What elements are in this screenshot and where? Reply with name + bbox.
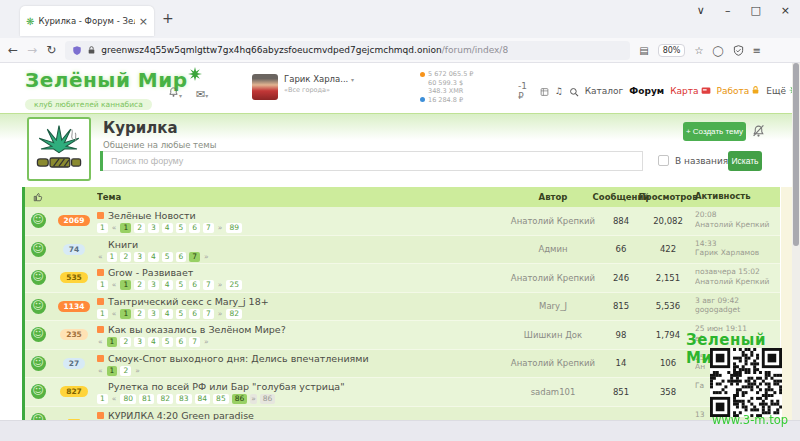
table-row[interactable]: ☺ 2069 Зелёные Новости 1«1234567»89 Анат… [25, 207, 780, 236]
pagination-page[interactable]: 82 [226, 309, 242, 319]
pagination-arrow[interactable]: » [217, 309, 224, 319]
topic-author[interactable] [505, 407, 601, 421]
messages-envelope-button[interactable]: ✉▾ [196, 83, 208, 102]
tracking-shield-icon[interactable] [72, 45, 82, 56]
pagination-page[interactable]: 2 [120, 337, 131, 347]
back-icon[interactable]: ← [8, 43, 18, 57]
pagination-page[interactable]: 1 [107, 337, 118, 347]
topic-title[interactable]: Как вы оказались в Зелёном Мире? [108, 324, 286, 335]
notifications-bell-button[interactable]: ▾ [168, 83, 182, 102]
user-avatar[interactable] [252, 74, 278, 100]
pagination-page[interactable]: 2 [134, 309, 145, 319]
pagination-page[interactable]: 84 [195, 394, 211, 404]
pagination-page[interactable]: 1 [97, 309, 108, 319]
topic-title[interactable]: Смоук-Спот выходного дня: Делись впечатл… [108, 353, 369, 364]
pagination-page[interactable]: 3 [148, 280, 159, 290]
bookmark-star-icon[interactable]: ☆ [694, 45, 703, 56]
pagination-arrow[interactable]: « [111, 223, 118, 233]
reader-mode-icon[interactable]: ▤ [639, 45, 648, 56]
pagination-page[interactable]: 4 [162, 223, 173, 233]
pagination-page[interactable]: 82 [157, 394, 173, 404]
pagination-page[interactable]: 86 [260, 394, 276, 404]
pagination-page[interactable]: 6 [189, 309, 200, 319]
activity-user[interactable]: Анатолий Крепкий [695, 220, 780, 230]
activity-user[interactable]: gogogadget [695, 305, 780, 315]
pagination-page[interactable]: 1 [97, 223, 108, 233]
topic-author[interactable]: Mary_J [505, 293, 601, 321]
pagination-page[interactable]: 5 [176, 223, 187, 233]
pagination-arrow[interactable]: » [203, 252, 210, 262]
mute-notifications-bell-icon[interactable] [752, 123, 765, 142]
topic-author[interactable]: Шишкин Док [505, 321, 601, 349]
nav-item-каталог[interactable]: Каталог [585, 86, 624, 96]
music-icon[interactable]: ♫ [555, 86, 563, 96]
pagination-arrow[interactable]: » [203, 337, 210, 347]
pagination-arrow[interactable]: « [97, 366, 104, 376]
topic-author[interactable]: Анатолий Крепкий [505, 207, 601, 235]
topic-title[interactable]: КУРИЛКА 4:20 Green paradise [108, 410, 254, 421]
menu-hamburger-icon[interactable]: ≡ [753, 45, 761, 56]
zoom-level-indicator[interactable]: 80% [658, 44, 686, 57]
wallet-icon[interactable] [540, 82, 549, 101]
pagination-page[interactable]: 3 [148, 223, 159, 233]
topic-author[interactable]: Анатолий Крепкий [505, 264, 601, 292]
pagination-page[interactable]: 1 [120, 223, 131, 233]
topic-title[interactable]: Тантрический секс с Mary_j 18+ [108, 296, 269, 307]
pagination-page[interactable]: 1 [107, 252, 118, 262]
pagination-page[interactable]: 6 [189, 223, 200, 233]
pagination-page[interactable]: 2 [120, 366, 131, 376]
activity-user[interactable]: Гарик Харламов [695, 248, 780, 258]
lock-icon[interactable] [87, 45, 96, 55]
topic-author[interactable]: sadam101 [505, 378, 601, 406]
new-tab-button[interactable]: + [162, 10, 174, 26]
topic-title[interactable]: Grow - Развивает [108, 267, 193, 278]
pagination-page[interactable]: 89 [226, 223, 242, 233]
activity-user[interactable]: Анатолий Крепкий [695, 277, 780, 287]
address-bar-input[interactable]: greenwsz4q55w5qmlgttw7gx4hq66abyzsfoeucm… [65, 41, 630, 60]
topic-author[interactable]: Админ [505, 236, 601, 264]
pagination-arrow[interactable]: » [134, 366, 141, 376]
pagination-page[interactable]: 1 [120, 309, 131, 319]
pagination-page[interactable]: 7 [203, 309, 214, 319]
permissions-shield-icon[interactable] [733, 45, 744, 56]
topic-title[interactable]: Книги [108, 239, 138, 250]
wallet-balance[interactable]: -1 ₽ [518, 81, 534, 101]
window-close-button[interactable]: × [781, 4, 790, 17]
pagination-page[interactable]: 1 [97, 280, 108, 290]
pagination-page[interactable]: 1 [97, 394, 108, 404]
pagination-page[interactable]: 2 [134, 280, 145, 290]
forward-icon[interactable]: → [27, 43, 37, 57]
pagination-page[interactable]: 7 [203, 280, 214, 290]
table-row[interactable]: ☺ 235 Как вы оказались в Зелёном Мире? «… [25, 321, 780, 350]
pagination-arrow[interactable]: » [217, 223, 224, 233]
pagination-page[interactable]: 25 [226, 280, 242, 290]
pagination-arrow[interactable]: « [97, 252, 104, 262]
browser-tab[interactable]: ❋ Курилка - Форум - Зелёный М × [20, 6, 154, 36]
table-row[interactable]: ☺ 827 Рулетка по всей РФ или Бар "голуба… [25, 378, 780, 407]
topic-author[interactable]: Анатолий Крепкий [505, 350, 601, 378]
pagination-page[interactable]: 4 [162, 280, 173, 290]
pagination-arrow[interactable]: « [111, 280, 118, 290]
nav-item-форум[interactable]: Форум [629, 86, 664, 96]
tab-list-chevron-icon[interactable]: ∨ [697, 4, 705, 17]
pagination-arrow[interactable]: » [217, 280, 224, 290]
pagination-page[interactable]: 7 [189, 337, 200, 347]
pagination-page[interactable]: 5 [162, 337, 173, 347]
pagination-arrow[interactable]: « [111, 309, 118, 319]
pagination-page[interactable]: 83 [176, 394, 192, 404]
pagination-arrow[interactable]: » [250, 394, 257, 404]
forum-search-input[interactable] [103, 151, 643, 171]
pagination-page[interactable]: 4 [162, 309, 173, 319]
search-in-titles-checkbox[interactable] [658, 155, 669, 166]
table-row[interactable]: ☺ 27 Смоук-Спот выходного дня: Делись вп… [25, 350, 780, 379]
pagination-page[interactable]: 85 [213, 394, 229, 404]
pagination-page[interactable]: 81 [139, 394, 155, 404]
pagination-arrow[interactable]: « [97, 337, 104, 347]
pagination-page[interactable]: 6 [176, 252, 187, 262]
pagination-page[interactable]: 7 [203, 223, 214, 233]
pagination-page[interactable]: 4 [148, 252, 159, 262]
minimize-button[interactable]: – [725, 4, 731, 17]
pagination-page[interactable]: 80 [120, 394, 136, 404]
create-topic-button[interactable]: + Создать тему [683, 122, 746, 141]
pagination-page[interactable]: 5 [176, 280, 187, 290]
